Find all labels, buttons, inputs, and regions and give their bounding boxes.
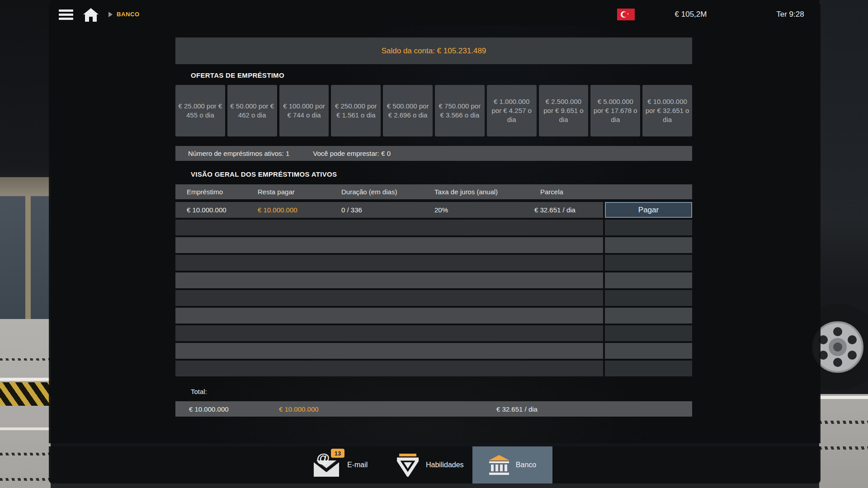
loan-offer-card[interactable]: € 250.000 por € 1.561 o dia [331,85,381,136]
account-balance-banner: Saldo da conta: € 105.231.489 [175,38,692,64]
table-row-empty [175,272,692,288]
scene-glass-wall [0,196,51,319]
hamburger-menu-button[interactable] [59,9,73,20]
loan-duration: 0 / 336 [341,206,434,214]
loans-table: € 10.000.000 € 10.000.000 0 / 336 20% € … [175,202,692,378]
scene-floor-dots [819,446,868,450]
loan-offer-card[interactable]: € 1.000.000 por € 4.257 o dia [487,85,537,136]
col-header-interest: Taxa de juros (anual) [434,188,534,196]
total-label: Total: [191,388,207,395]
skills-icon [397,453,419,477]
turkey-flag-icon [617,9,635,20]
scene-floor-dots [0,453,51,455]
col-header-remaining: Resta pagar [258,188,341,196]
account-balance-text: Saldo da conta: € 105.231.489 [382,47,486,56]
bank-icon [489,455,509,475]
loan-offer-card[interactable]: € 25.000 por € 455 o dia [175,85,225,136]
loans-table-header: Empréstimo Resta pagar Duração (em dias)… [175,184,692,199]
loan-offer-card[interactable]: € 2.500.000 por € 9.651 o dia [539,85,589,136]
scene-floor-line [0,378,51,381]
pay-loan-button[interactable]: Pagar [605,202,692,218]
active-loans-count: Número de empréstimos ativos: 1 [188,150,289,157]
loan-installment: € 32.651 / dia [534,206,603,214]
scene-floor-dots [819,421,868,424]
screen: BANCO € 105,2M Ter 9:28 Saldo da conta: … [0,0,868,488]
loan-remaining: € 10.000.000 [258,206,341,214]
scene-wall-beam [0,177,51,196]
loan-offer-card[interactable]: € 5.000.000 por € 17.678 o dia [590,85,640,136]
dock-label-email: E-mail [347,461,368,469]
player-money-display: € 105,2M [650,10,731,19]
loan-status-bar: Número de empréstimos ativos: 1 Você pod… [175,146,692,161]
scene-floor-dots [0,478,51,481]
total-installment: € 32.651 / dia [496,405,692,413]
panel-seam [49,443,821,446]
total-loan: € 10.000.000 [189,405,279,413]
table-row-empty [175,220,692,235]
loan-offer-card[interactable]: € 100.000 por € 744 o dia [279,85,329,136]
active-loans-title: VISÃO GERAL DOS EMPRÉSTIMOS ATIVOS [191,170,337,178]
col-header-loan: Empréstimo [187,188,258,196]
loan-offers-title: OFERTAS DE EMPRÉSTIMO [191,71,284,79]
email-at-icon: @ [316,450,330,466]
loan-offer-card[interactable]: € 750.000 por € 3.566 o dia [435,85,485,136]
dock-item-bank-selected[interactable]: Banco [472,446,552,483]
scene-hazard-stripe [0,382,51,406]
table-row-empty [175,361,692,376]
home-button[interactable] [83,8,99,22]
loan-table-row: € 10.000.000 € 10.000.000 0 / 336 20% € … [175,202,692,218]
loan-amount: € 10.000.000 [187,206,258,214]
col-header-installment: Parcela [534,188,692,196]
borrow-capacity: Você pode emprestar: € 0 [313,150,391,157]
home-icon [83,8,99,22]
table-row-empty [175,325,692,341]
loan-offer-card[interactable]: € 50.000 por € 462 o dia [227,85,277,136]
top-bar: BANCO € 105,2M Ter 9:28 [49,4,821,26]
scene-floor-line [819,396,868,399]
loan-offer-card[interactable]: € 10.000.000 por € 32.651 o dia [642,85,692,136]
bank-screen: Saldo da conta: € 105.231.489 OFERTAS DE… [49,26,821,443]
dock-item-email[interactable]: @ 13 E-mail [314,446,368,483]
col-header-duration: Duração (em dias) [341,188,434,196]
loan-offers-row: € 25.000 por € 455 o dia € 50.000 por € … [175,85,692,136]
totals-row: € 10.000.000 € 10.000.000 € 32.651 / dia [175,401,692,417]
table-row-empty [175,290,692,306]
email-unread-badge: 13 [331,449,344,458]
dock-item-skills[interactable]: Habilidades [397,446,464,483]
scene-floor-dots [0,358,51,361]
bottom-dock: @ 13 E-mail Habilidades Ban [49,446,821,483]
scene-floor-right [819,394,868,488]
table-row-empty [175,308,692,324]
table-row-empty [175,255,692,271]
game-time-display: Ter 9:28 [754,10,826,19]
total-remaining: € 10.000.000 [279,405,496,413]
dock-label-skills: Habilidades [426,461,464,469]
table-row-empty [175,237,692,253]
scene-floor-line [0,427,51,430]
table-row-empty [175,343,692,359]
breadcrumb-arrow-icon [108,12,113,17]
loan-interest: 20% [434,206,534,214]
loan-offer-card[interactable]: € 500.000 por € 2.696 o dia [383,85,433,136]
dock-label-bank: Banco [516,461,536,469]
breadcrumb-current-page: BANCO [117,11,140,18]
